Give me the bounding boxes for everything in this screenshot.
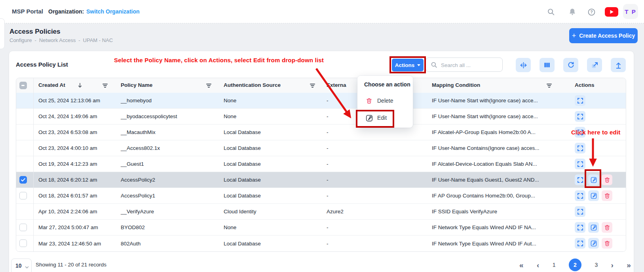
page-button-2-active[interactable]: 2 [569,259,581,271]
column-resize-icon[interactable] [516,58,531,72]
page-button-3[interactable]: 3 [595,262,598,268]
cell-policy-name: __homebyod [121,93,152,108]
expand-icon[interactable] [575,159,585,169]
delete-icon[interactable] [602,222,612,233]
cell-external: Azure2 [327,204,344,219]
cell-created-at: Mar 23, 2024 12:46:50 am [38,236,101,251]
col-external: Externa [327,82,346,88]
cell-policy-name: __Guest1 [121,156,144,172]
table-row[interactable]: Oct 23, 2024 6:53:08 am __MacauthMix Loc… [16,125,626,140]
expand-icon[interactable] [575,143,585,153]
cell-auth-source: None [224,109,236,124]
cell-policy-name: __byodaccesspolicytest [121,109,177,124]
filter-icon[interactable] [546,84,552,89]
table-header: Created At Policy Name Authentication So… [16,78,626,93]
page-title: Access Policies [9,28,61,36]
edit-icon[interactable] [588,238,599,249]
cell-mapping-condition: IF Network Type Equals Wired AND IF NA..… [432,220,536,235]
row-checkbox[interactable] [19,239,27,247]
expand-icon[interactable] [575,190,585,201]
search-icon[interactable] [546,7,556,17]
table-row[interactable]: Oct 19, 2024 4:12:23 am __Guest1 Local D… [16,156,626,172]
create-access-policy-button[interactable]: + Create Access Policy [569,28,638,43]
expand-icon[interactable] [575,111,585,122]
cell-auth-source: Local Database [224,188,261,203]
columns-icon[interactable] [540,58,555,72]
page-size-select[interactable]: 10 [11,259,32,272]
chevron-down-icon [417,64,420,66]
pagination: « ‹ 1 2 3 › » [519,258,631,272]
actions-button[interactable]: Actions [392,59,424,71]
breadcrumb-item[interactable]: Configure [9,37,32,43]
cell-policy-name: __Access802.1x [121,140,160,156]
breadcrumb-item[interactable]: Network Access [39,37,76,43]
msp-portal-screen: MSP Portal Organization: Switch Organiza… [0,0,644,272]
list-title: Access Policy List [16,61,68,68]
avatar[interactable]: T P [623,4,638,19]
delete-icon[interactable] [602,190,612,201]
edit-icon[interactable] [588,174,599,185]
cell-created-at: Apr 10, 2024 2:24:06 am [38,204,97,219]
cell-auth-source: Local Database [224,172,261,188]
table-row-selected[interactable]: Oct 18, 2024 6:20:12 am AccessPolicy2 Lo… [16,172,626,188]
table-row[interactable]: Mar 27, 2024 5:00:47 am BYOD802 None - I… [16,220,626,236]
cell-created-at: Oct 23, 2024 4:00:10 am [38,140,97,156]
prev-page-button[interactable]: ‹ [537,261,539,269]
expand-icon[interactable] [575,206,585,217]
switch-organization-link[interactable]: Switch Organization [86,8,140,15]
filter-icon[interactable] [102,84,108,89]
cell-policy-name: BYOD802 [121,220,145,235]
next-page-button[interactable]: › [611,261,614,269]
select-all-checkbox[interactable] [19,82,27,89]
cell-external: - [327,236,329,251]
last-page-button[interactable]: » [627,261,631,269]
cell-mapping-condition: IF User-Name Start with(Ignore case) acc… [432,93,538,108]
help-icon[interactable]: ? [587,7,596,17]
table-row[interactable]: Oct 18, 2024 6:01:57 am AccessPolicy1 Lo… [16,188,626,204]
open-external-icon[interactable] [587,58,602,72]
expand-icon[interactable] [575,95,585,106]
row-checkbox[interactable] [19,224,27,231]
edit-icon[interactable] [588,190,599,201]
edit-icon[interactable] [588,222,599,233]
delete-icon[interactable] [602,238,612,249]
cell-auth-source: Local Database [224,156,261,172]
breadcrumb: Configure-Network Access-UPAM - NAC [9,37,113,43]
search-icon [430,61,438,69]
search-input[interactable] [440,58,501,72]
page-button-1[interactable]: 1 [553,262,556,268]
filter-icon[interactable] [310,84,315,89]
cell-external: - [327,125,329,140]
sort-desc-icon[interactable] [77,82,83,88]
table-row[interactable]: Apr 10, 2024 2:24:06 am __VerifyAzure Cl… [16,204,626,220]
cell-auth-source: None [224,220,236,235]
cell-external: - [327,109,329,124]
table-row[interactable]: Oct 24, 2024 1:49:06 am __byodaccesspoli… [16,109,626,125]
cell-policy-name: __MacauthMix [121,125,156,140]
expand-icon[interactable] [575,238,585,249]
cell-auth-source: Cloud Identity [224,204,256,219]
svg-text:?: ? [590,10,593,14]
expand-icon[interactable] [575,174,585,185]
table-row[interactable]: Mar 23, 2024 12:46:50 am 802Auth Local D… [16,236,626,251]
table-row[interactable]: Oct 25, 2024 12:13:06 am __homebyod None… [16,93,626,109]
row-checkbox[interactable] [19,192,27,199]
filter-icon[interactable] [206,84,211,89]
dropdown-item-delete[interactable]: Delete [357,94,413,107]
youtube-icon[interactable] [605,7,618,18]
expand-icon[interactable] [575,222,585,233]
cell-mapping-condition: IF User-Name Start with(Ignore case) acc… [432,109,538,124]
sidebar-edge[interactable] [0,18,5,49]
first-page-button[interactable]: « [519,261,524,269]
cell-mapping-condition: IF AP Group Contains Home2b:00, Group... [432,188,535,203]
refresh-icon[interactable] [563,58,578,72]
cell-policy-name: 802Auth [121,236,141,251]
export-icon[interactable] [611,58,626,72]
delete-icon[interactable] [602,174,612,185]
bell-icon[interactable] [568,7,577,17]
dropdown-item-edit[interactable]: Edit [357,111,413,125]
cell-created-at: Oct 19, 2024 4:12:23 am [38,156,97,172]
cell-policy-name: AccessPolicy1 [121,188,155,203]
row-checkbox-checked[interactable] [19,176,27,184]
table-row[interactable]: Oct 23, 2024 4:00:10 am __Access802.1x L… [16,140,626,156]
